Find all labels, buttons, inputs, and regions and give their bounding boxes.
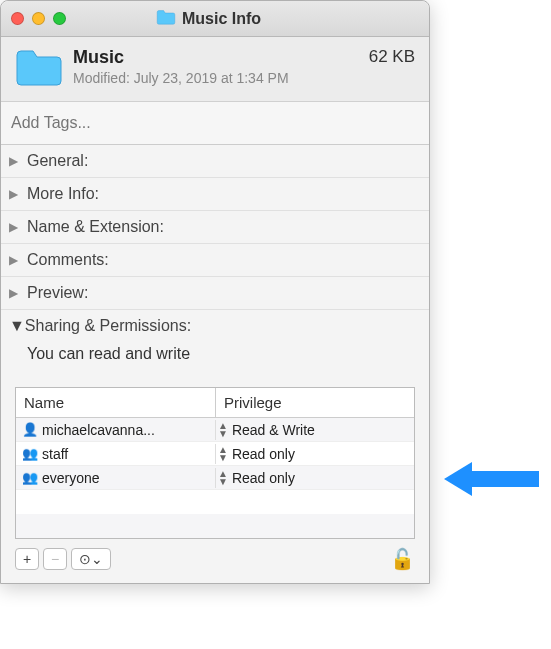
user-name: everyone bbox=[42, 470, 100, 486]
people-icon: 👥 bbox=[22, 470, 38, 485]
privilege-dropdown[interactable]: ▲▼ Read & Write bbox=[216, 420, 414, 440]
chevron-down-icon: ⌄ bbox=[91, 551, 103, 567]
chevron-right-icon: ▶ bbox=[9, 154, 23, 168]
zoom-button[interactable] bbox=[53, 12, 66, 25]
table-row[interactable]: 👥 staff ▲▼ Read only bbox=[16, 442, 414, 466]
column-header-name[interactable]: Name bbox=[16, 388, 216, 417]
section-label: More Info: bbox=[27, 185, 99, 203]
info-window: Music Info Music Modified: July 23, 2019… bbox=[0, 0, 430, 584]
permissions-table: Name Privilege 👤 michaelcavanna... ▲▼ Re… bbox=[15, 387, 415, 539]
user-name: michaelcavanna... bbox=[42, 422, 155, 438]
section-name-extension[interactable]: ▶ Name & Extension: bbox=[1, 211, 429, 244]
titlebar: Music Info bbox=[1, 1, 429, 37]
modified-value: July 23, 2019 at 1:34 PM bbox=[134, 70, 289, 86]
folder-icon-large bbox=[15, 47, 63, 91]
empty-row bbox=[16, 490, 414, 514]
add-button[interactable]: + bbox=[15, 548, 39, 570]
column-header-privilege[interactable]: Privilege bbox=[216, 388, 414, 417]
file-modified: Modified: July 23, 2019 at 1:34 PM bbox=[73, 70, 369, 86]
tags-input[interactable] bbox=[1, 102, 429, 145]
section-more-info[interactable]: ▶ More Info: bbox=[1, 178, 429, 211]
gear-icon: ⊙ bbox=[79, 551, 91, 567]
section-label: Preview: bbox=[27, 284, 88, 302]
chevron-down-icon: ▼ bbox=[9, 317, 25, 335]
empty-row bbox=[16, 514, 414, 538]
annotation-arrow bbox=[444, 454, 544, 508]
section-label: Comments: bbox=[27, 251, 109, 269]
chevron-right-icon: ▶ bbox=[9, 187, 23, 201]
privilege-value: Read only bbox=[232, 446, 295, 462]
section-general[interactable]: ▶ General: bbox=[1, 145, 429, 178]
section-preview[interactable]: ▶ Preview: bbox=[1, 277, 429, 310]
person-icon: 👤 bbox=[22, 422, 38, 437]
stepper-icon: ▲▼ bbox=[218, 422, 228, 438]
chevron-right-icon: ▶ bbox=[9, 253, 23, 267]
table-row[interactable]: 👥 everyone ▲▼ Read only bbox=[16, 466, 414, 490]
section-label: Sharing & Permissions: bbox=[25, 317, 191, 335]
group-icon: 👥 bbox=[22, 446, 38, 461]
section-sharing: ▼ Sharing & Permissions: You can read an… bbox=[1, 310, 429, 381]
user-name: staff bbox=[42, 446, 68, 462]
minimize-button[interactable] bbox=[32, 12, 45, 25]
bottom-toolbar: + − ⊙ ⌄ 🔓 bbox=[1, 539, 429, 583]
section-comments[interactable]: ▶ Comments: bbox=[1, 244, 429, 277]
file-size: 62 KB bbox=[369, 47, 415, 67]
chevron-right-icon: ▶ bbox=[9, 286, 23, 300]
action-menu-button[interactable]: ⊙ ⌄ bbox=[71, 548, 111, 570]
file-header: Music Modified: July 23, 2019 at 1:34 PM… bbox=[1, 37, 429, 102]
privilege-value: Read only bbox=[232, 470, 295, 486]
privilege-value: Read & Write bbox=[232, 422, 315, 438]
sharing-message: You can read and write bbox=[9, 335, 415, 371]
modified-label: Modified: bbox=[73, 70, 130, 86]
window-title: Music Info bbox=[182, 10, 261, 28]
file-name: Music bbox=[73, 47, 369, 68]
stepper-icon: ▲▼ bbox=[218, 446, 228, 462]
section-sharing-header[interactable]: ▼ Sharing & Permissions: bbox=[9, 317, 415, 335]
table-row[interactable]: 👤 michaelcavanna... ▲▼ Read & Write bbox=[16, 418, 414, 442]
stepper-icon: ▲▼ bbox=[218, 470, 228, 486]
remove-button[interactable]: − bbox=[43, 548, 67, 570]
traffic-lights bbox=[11, 12, 66, 25]
lock-icon[interactable]: 🔓 bbox=[390, 547, 415, 571]
close-button[interactable] bbox=[11, 12, 24, 25]
table-header-row: Name Privilege bbox=[16, 388, 414, 418]
section-label: General: bbox=[27, 152, 88, 170]
chevron-right-icon: ▶ bbox=[9, 220, 23, 234]
privilege-dropdown[interactable]: ▲▼ Read only bbox=[216, 444, 414, 464]
privilege-dropdown[interactable]: ▲▼ Read only bbox=[216, 468, 414, 488]
folder-icon bbox=[156, 9, 176, 29]
section-label: Name & Extension: bbox=[27, 218, 164, 236]
